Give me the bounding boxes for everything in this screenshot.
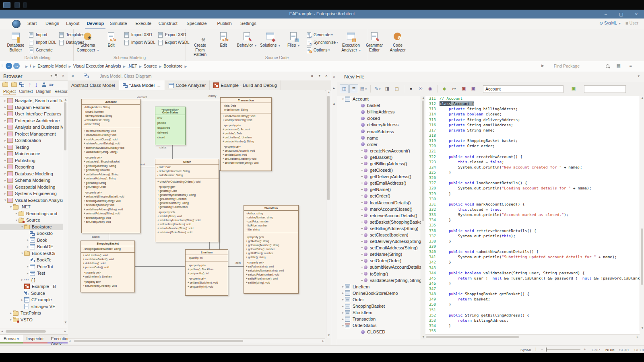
tree-item-enterprise-architecture[interactable]: ▸ Enterprise Architecture <box>0 117 63 124</box>
code-line[interactable]: 328 System.out.println("Loading account … <box>425 185 640 191</box>
member-item-deliveryaddress[interactable]: deliveryAddress <box>337 121 421 128</box>
code-line[interactable]: 345 return user != null && !user.isBlank… <box>425 276 640 281</box>
member-tree-scrollbar[interactable]: ▲ ▼ <box>421 96 425 339</box>
expand-toggle-icon[interactable]: ▸ <box>9 311 13 315</box>
uml-class-orderstatus[interactable]: «enumeration»OrderStatus newpackeddispat… <box>155 107 186 145</box>
add-symbol-icon[interactable]: ▣ <box>569 84 578 93</box>
member-item-lineitem[interactable]: ▸ LineItem <box>337 284 421 290</box>
code-line[interactable]: 353 return billingAddress; <box>425 318 640 323</box>
code-line[interactable]: 354 } <box>425 323 640 328</box>
member-item-getname-[interactable]: getName() <box>337 186 421 193</box>
expand-toggle-icon[interactable]: ▸ <box>20 298 24 302</box>
dock-tool-icon[interactable]: ◉ <box>426 84 435 93</box>
tree-item-pricetot[interactable]: ▸ PriceTot <box>0 263 63 270</box>
tree-item-recordings-and[interactable]: ▸ Recordings and <box>0 210 63 217</box>
association-connector[interactable] <box>172 144 173 159</box>
code-line[interactable]: 349 return basket; <box>425 296 640 302</box>
expand-toggle-icon[interactable]: ▸ <box>341 311 345 315</box>
status-toggle-cloud[interactable]: CLOUD <box>634 348 644 352</box>
breadcrumb-item[interactable]: Visual Execution Analysis <box>73 64 121 68</box>
member-item-markaccountclosed-[interactable]: markAccountClosed() <box>337 206 421 212</box>
association-connector[interactable] <box>134 266 185 267</box>
code-line[interactable]: 315 private String deliveryAddress; <box>425 117 640 122</box>
member-item-submitnewaccountdetails-[interactable]: submitNewAccountDetails() <box>337 264 421 270</box>
tree-item-database-modeling[interactable]: ▸ Database Modeling <box>0 171 63 177</box>
expand-toggle-icon[interactable]: ▸ <box>341 317 345 321</box>
dock-dropdown-icon[interactable]: ▾ <box>638 74 640 78</box>
member-item-createnewaccount-[interactable]: createNewAccount() <box>337 148 421 154</box>
code-line[interactable]: 346 } <box>425 281 640 286</box>
code-line[interactable]: 323 this.closed = false; <box>425 159 640 165</box>
expand-toggle-icon[interactable]: ▸ <box>3 179 7 182</box>
expand-toggle-icon[interactable]: ▸ <box>3 119 7 122</box>
member-item-setorder-order-[interactable]: setOrder(Order) <box>337 257 421 264</box>
ribbon-button-files[interactable]: ▤Files ▾ <box>282 31 305 48</box>
browser-horizontal-scrollbar[interactable]: ◂ ▸ <box>0 329 67 334</box>
member-item-getemailaddress-[interactable]: getEmailAddress() <box>337 180 421 186</box>
dock-close-icon[interactable]: × <box>331 75 337 79</box>
expand-toggle-icon[interactable]: ▸ <box>26 245 30 249</box>
find-play-icon[interactable]: ▶ <box>541 64 544 68</box>
code-line[interactable]: 330 <box>425 196 640 202</box>
maximize-button[interactable]: ▢ <box>613 10 629 19</box>
pin-icon[interactable] <box>54 74 58 78</box>
symbol-search-input[interactable]: Account <box>483 85 564 93</box>
tree-item-bookstore[interactable]: ▾ Bookstore <box>0 224 63 230</box>
dock-tool-icon[interactable]: ▤▾ <box>359 84 368 93</box>
breadcrumb-item[interactable]: Bookstore <box>163 64 182 68</box>
expand-toggle-icon[interactable]: ▸ <box>341 285 345 288</box>
tree-item-maintenance[interactable]: ▸ Maintenance <box>0 150 63 157</box>
dock-tool-icon[interactable]: ◫ <box>340 84 349 93</box>
member-item-setbillingaddress-string-[interactable]: setBillingAddress(String) <box>337 225 421 232</box>
zoom-in-button[interactable]: + <box>584 347 586 352</box>
ribbon-button-options[interactable]: ⚙Options▾ <box>306 46 338 54</box>
dock-tool-icon[interactable]: ▣ <box>469 84 478 93</box>
uml-class-lineitem[interactable]: LineItem - quantity: int «property get»+… <box>185 249 228 296</box>
ribbon-button-export-wsdl[interactable]: Export WSDL <box>158 39 190 46</box>
ribbon-button-execution-analyzer[interactable]: ▤ExecutionAnalyzer ▾ <box>340 31 362 53</box>
expand-toggle-icon[interactable]: ▸ <box>3 152 7 156</box>
dock-scroll-up-icon[interactable]: ▴ <box>331 101 337 105</box>
code-line[interactable]: 317 private String name; <box>425 128 640 133</box>
member-item-closed[interactable]: closed <box>337 115 421 121</box>
expand-toggle-icon[interactable]: ▸ <box>3 165 7 169</box>
code-line[interactable]: 324 System.out.println("New account crea… <box>425 165 640 170</box>
collapse-toggle-icon[interactable]: ▾ <box>20 225 24 228</box>
dock-tool-icon[interactable]: ▣ <box>459 84 468 93</box>
tree-item-collaboration[interactable]: ▸ Collaboration <box>0 137 63 144</box>
layout-grid-icon[interactable]: ▦ <box>617 63 621 68</box>
ribbon-tab-execute[interactable]: Execute <box>134 19 153 29</box>
expand-toggle-icon[interactable]: ▸ <box>26 272 30 275</box>
code-line[interactable]: 336 public void retrieveAccountDetails()… <box>425 228 640 233</box>
tree-item-source[interactable]: ▾ Source <box>0 217 63 224</box>
ribbon-button-edit[interactable]: </>Edit <box>212 31 235 48</box>
expand-toggle-icon[interactable]: ▸ <box>341 304 345 308</box>
breadcrumb-item[interactable]: .NET <box>128 64 137 68</box>
tree-item-vsto[interactable]: ▸ VSTO <box>0 317 63 323</box>
expand-toggle-icon[interactable]: ▸ <box>20 278 24 282</box>
association-connector[interactable] <box>209 241 210 249</box>
dock-tool-icon[interactable]: ≣ <box>349 84 358 93</box>
secondary-input[interactable] <box>584 85 626 93</box>
member-item-setname-string-[interactable]: setName(String) <box>337 251 421 257</box>
move-up-icon[interactable]: ↑ <box>28 81 31 88</box>
ribbon-button-solutions[interactable]: ◆Solutions ▾ <box>259 31 281 48</box>
nav-back-button[interactable]: ← <box>6 63 12 69</box>
expand-toggle-icon[interactable]: ▸ <box>3 125 7 129</box>
user-menu[interactable]: User <box>630 21 638 25</box>
code-line[interactable]: 311// Account <box>425 96 640 101</box>
zoom-out-button[interactable]: – <box>541 347 543 352</box>
uml-class-account[interactable]: Account - billingAddress: String- closed… <box>81 99 140 233</box>
expand-toggle-icon[interactable]: ▸ <box>26 265 30 268</box>
tree-item-publishing[interactable]: ▸ Publishing <box>0 157 63 164</box>
expand-toggle-icon[interactable]: ▸ <box>14 212 19 215</box>
code-line[interactable]: 348 public ShoppingBasket getBasket() { <box>425 291 640 296</box>
browser-tab-project[interactable]: Project <box>3 89 16 95</box>
panel-dropdown-icon[interactable]: ▾ <box>50 74 52 78</box>
document-tab-example-build-and-debug[interactable]: Example - Build and Debug <box>210 80 281 90</box>
member-item-getorder-[interactable]: getOrder() <box>337 193 421 199</box>
ribbon-button-createfrom-pattern[interactable]: ⚒Create FromPattern <box>189 31 211 57</box>
ribbon-button-import-wsdl[interactable]: Import WSDL <box>124 39 155 46</box>
collapse-toggle-icon[interactable]: ▾ <box>14 218 19 222</box>
ribbon-tab-layout[interactable]: Layout <box>64 19 81 29</box>
